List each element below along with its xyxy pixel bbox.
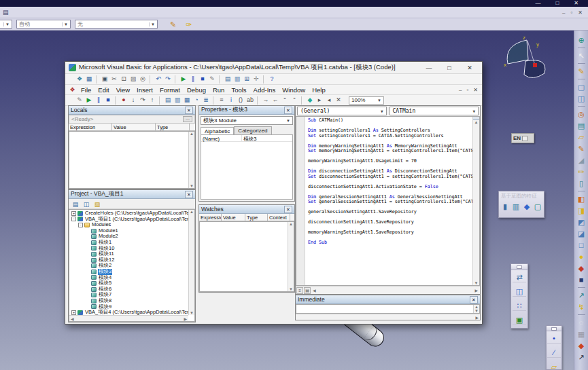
locals-window-icon[interactable]: ▤ bbox=[163, 96, 173, 105]
tree-item-vba-项目4[interactable]: +VBA_项目4 (C:\Users\tgao\AppData\Local\Te… bbox=[70, 310, 194, 315]
scrollbar[interactable]: ▲▼ bbox=[473, 305, 479, 313]
undo-icon[interactable]: ↶ bbox=[154, 75, 163, 84]
knife-icon[interactable]: ◢ bbox=[576, 155, 587, 166]
column-header-value[interactable]: Value bbox=[222, 214, 245, 221]
watch-window-icon[interactable]: ▦ bbox=[182, 96, 192, 105]
painted-cube-icon[interactable]: ◆ bbox=[576, 263, 587, 274]
translation-icon[interactable]: ⇄ bbox=[513, 272, 526, 282]
sketcher-icon[interactable]: ✎ bbox=[576, 66, 587, 77]
catia-minimize-button[interactable]: — bbox=[535, 1, 540, 6]
menu-window[interactable]: Window bbox=[279, 86, 309, 94]
step-into-icon[interactable]: ↓ bbox=[128, 96, 138, 105]
immediate-titlebar[interactable]: Immediate ✕ bbox=[296, 295, 480, 304]
shaded-cube-icon[interactable]: ◨ bbox=[576, 205, 587, 217]
complete-word-icon[interactable]: ab bbox=[245, 96, 255, 105]
lightning-icon[interactable]: ↯ bbox=[576, 301, 587, 313]
immediate-input-area[interactable]: ▲▼ bbox=[296, 304, 480, 314]
apply-material-icon[interactable]: ◆ bbox=[576, 340, 587, 352]
toggle-folders-icon[interactable]: ▨ bbox=[92, 200, 102, 208]
scrollbar[interactable]: ▶ bbox=[296, 314, 480, 320]
toolbar-title-bar[interactable] bbox=[511, 264, 528, 270]
reset-icon[interactable]: ■ bbox=[198, 75, 207, 84]
document-restore-button[interactable]: ▫ bbox=[570, 10, 572, 16]
view-code-icon[interactable]: ▤ bbox=[71, 200, 80, 208]
vbe-maximize-button[interactable]: □ bbox=[440, 64, 458, 71]
object-combo[interactable]: 模块3 Module ▼ bbox=[201, 116, 293, 125]
cut-icon[interactable]: ✂ bbox=[109, 75, 119, 84]
view-object-icon[interactable]: ◫ bbox=[82, 200, 91, 208]
column-header-expression[interactable]: Expression bbox=[69, 124, 112, 130]
tree-item-模块1[interactable]: 模块1 bbox=[70, 240, 194, 246]
menu-run[interactable]: Run bbox=[209, 86, 228, 94]
toolbar-grip-icon[interactable]: ▤ bbox=[3, 9, 9, 16]
notebook-icon[interactable]: ▯ bbox=[576, 178, 587, 189]
help-icon[interactable]: ? bbox=[267, 75, 277, 84]
compass-manipulation-handle[interactable] bbox=[533, 63, 537, 67]
line-weight-combo[interactable]: 自动▼ bbox=[16, 20, 71, 29]
plane-icon[interactable]: ▱ bbox=[547, 362, 561, 370]
procedure-view-button[interactable]: ≡ bbox=[296, 287, 303, 294]
design-mode-icon[interactable]: ✎ bbox=[75, 96, 84, 105]
export-icon[interactable]: ↗ bbox=[576, 290, 587, 301]
host-app-icon[interactable]: ❖ bbox=[75, 75, 84, 84]
property-row[interactable]: (Name)模块3 bbox=[201, 135, 292, 142]
zoom-combo[interactable]: 100%▼ bbox=[349, 96, 384, 105]
tree-item-模块11[interactable]: 模块11 bbox=[70, 251, 194, 257]
scaling-icon[interactable]: ▣ bbox=[513, 315, 526, 325]
next-bookmark-icon[interactable]: ▸ bbox=[315, 96, 324, 105]
tree-item-module1[interactable]: Module1 bbox=[70, 228, 194, 234]
tree-item-模块10[interactable]: 模块10 bbox=[70, 246, 194, 252]
tree-item-模块2[interactable]: 模块2 bbox=[70, 263, 194, 269]
toggle-breakpoint-icon[interactable]: ● bbox=[119, 96, 128, 105]
collapse-icon[interactable]: - bbox=[71, 217, 76, 221]
vbe-close-button[interactable]: ✕ bbox=[461, 64, 479, 71]
indent-icon[interactable]: → bbox=[261, 96, 271, 105]
tree-item-module2[interactable]: Module2 bbox=[70, 234, 194, 240]
tree-item-vba-项目1[interactable]: -VBA_项目1 (C:\Users\tgao\AppData\Local\Te… bbox=[70, 217, 194, 223]
close-icon[interactable]: ✕ bbox=[470, 296, 478, 303]
step-out-icon[interactable]: ↑ bbox=[148, 96, 157, 105]
code-window-restore-button[interactable]: ▫ bbox=[466, 87, 468, 93]
web-browser-icon[interactable]: ⊕ bbox=[576, 35, 587, 46]
tree-item-模块4[interactable]: 模块4 bbox=[70, 275, 194, 281]
menu-debug[interactable]: Debug bbox=[184, 86, 209, 94]
layer-combo[interactable]: 无▼ bbox=[75, 20, 158, 29]
project-titlebar[interactable]: Project - VBA_项目1 ✕ bbox=[69, 190, 195, 199]
scrollbar[interactable]: ▲▼ bbox=[288, 222, 294, 291]
point-icon[interactable]: • bbox=[547, 333, 561, 344]
rectangular-pattern-icon[interactable]: ∷ bbox=[513, 301, 526, 311]
column-header-value[interactable]: Value bbox=[112, 124, 156, 130]
3d-compass[interactable]: z y x bbox=[498, 34, 551, 83]
menu-add-ins[interactable]: Add-Ins bbox=[250, 86, 279, 94]
code-editor[interactable]: Sub CATMain() Dim settingControllers1 As… bbox=[305, 117, 472, 285]
watches-grid[interactable]: ▲▼ bbox=[199, 221, 294, 292]
sphere-icon[interactable]: ● bbox=[576, 251, 587, 263]
expand-icon[interactable]: + bbox=[71, 310, 76, 315]
collapse-icon[interactable]: - bbox=[78, 223, 83, 227]
column-header-type[interactable]: Type bbox=[156, 124, 190, 130]
annotation-arrow-icon[interactable]: ↗ bbox=[576, 352, 587, 363]
project-explorer-icon[interactable]: ▤ bbox=[223, 75, 232, 84]
pencil-icon[interactable]: ✎ bbox=[576, 143, 587, 155]
scrollbar[interactable]: ◀▶ bbox=[69, 315, 188, 321]
immediate-window-icon[interactable]: ▥ bbox=[173, 96, 182, 105]
dark-cube-icon[interactable]: ■ bbox=[576, 274, 587, 286]
copy-icon[interactable]: ⊡ bbox=[119, 75, 128, 84]
tree-item-模块3[interactable]: 模块3 bbox=[70, 269, 194, 275]
locals-more-button[interactable]: ... bbox=[183, 116, 192, 122]
tile-window-icon[interactable]: ◫ bbox=[576, 93, 587, 105]
comment-block-icon[interactable]: “ bbox=[280, 96, 290, 105]
isometric-cube-icon[interactable]: ◧ bbox=[576, 193, 587, 205]
tree-item-模块12[interactable]: 模块12 bbox=[70, 257, 194, 263]
watches-titlebar[interactable]: Watches ✕ bbox=[199, 205, 294, 214]
catia-maximize-button[interactable]: □ bbox=[555, 1, 559, 6]
mirror-icon[interactable]: ◫ bbox=[513, 286, 526, 297]
close-icon[interactable]: ✕ bbox=[185, 107, 193, 114]
catia-close-button[interactable]: ✕ bbox=[574, 1, 578, 6]
quick-watch-icon[interactable]: ◔ bbox=[192, 96, 201, 105]
previous-bookmark-icon[interactable]: ◂ bbox=[324, 96, 334, 105]
graphic-combo[interactable]: ▼ bbox=[0, 20, 12, 29]
pen-icon[interactable]: ✏ bbox=[576, 166, 587, 178]
paint-brush-icon[interactable]: ✑ bbox=[183, 20, 194, 29]
material-icon[interactable]: ▦ bbox=[576, 329, 587, 340]
